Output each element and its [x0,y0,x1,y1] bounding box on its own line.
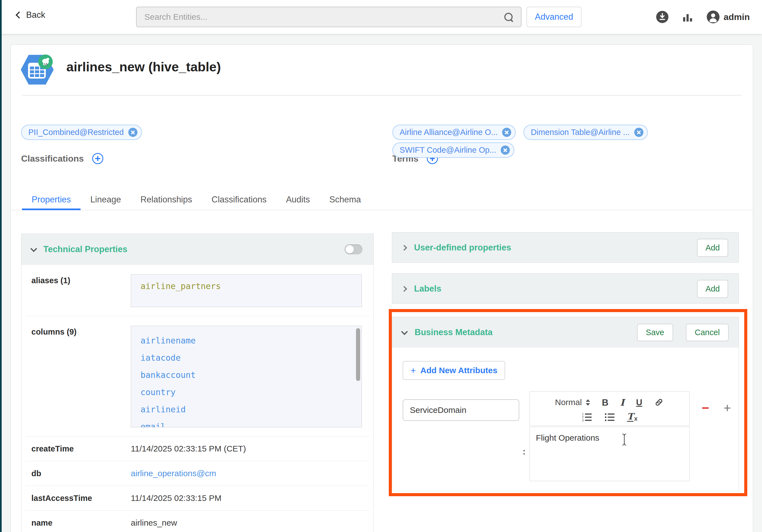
property-value: 11/14/2025 02:33:15 PM (CET) [131,444,246,453]
property-key: db [32,469,131,478]
technical-properties-header[interactable]: Technical Properties [21,234,373,265]
back-button[interactable]: Back [17,10,45,20]
remove-term-icon[interactable] [634,128,644,137]
columns-scrollbar[interactable] [356,328,360,381]
column-link[interactable]: bankaccount [140,366,361,384]
chevron-right-icon[interactable] [401,245,407,251]
ordered-list-icon[interactable]: 1 2 3 [581,412,593,422]
add-attribute-button[interactable]: + [724,402,731,414]
editor-content-area[interactable]: Flight Operations [530,427,690,481]
property-row-db: db airline_operations@cm [21,461,373,486]
cancel-button[interactable]: Cancel [686,324,729,341]
classification-tag[interactable]: PII_Combined@Restricted [21,125,142,140]
format-select-value: Normal [555,398,582,407]
underline-icon[interactable]: U [636,398,642,407]
statistics-icon[interactable] [681,11,694,23]
column-link[interactable]: country [140,384,361,401]
alias-value: airline_partners [140,281,221,291]
column-link[interactable]: iatacode [140,349,361,366]
add-user-defined-property-button[interactable]: Add [697,239,728,257]
remove-term-icon[interactable] [502,128,511,137]
chevron-right-icon[interactable] [401,286,407,291]
db-link[interactable]: airline_operations@cm [131,469,216,478]
business-metadata-panel: Business Metadata Save Cancel + Add New … [392,317,739,491]
save-button[interactable]: Save [637,324,673,341]
remove-attribute-button[interactable]: − [702,402,709,414]
user-avatar-icon [707,10,720,24]
link-icon[interactable] [654,397,664,407]
svg-text:2: 2 [582,416,584,419]
classifications-heading: Classifications [21,153,103,164]
column-link[interactable]: airlinename [140,332,361,349]
property-key: columns (9) [32,326,131,427]
entity-title: airlines_new (hive_table) [66,59,221,74]
property-row-columns: columns (9) airlinename iatacode bankacc… [21,316,373,436]
tab-classifications[interactable]: Classifications [202,193,276,210]
column-link[interactable]: airlineid [140,401,361,418]
search-input[interactable] [144,12,504,22]
chevron-down-icon [30,245,37,252]
divider [22,95,742,96]
rich-text-editor: Normal B I U 1 [530,392,690,481]
attribute-separator: : [523,446,526,457]
tab-schema[interactable]: Schema [320,193,371,210]
user-menu[interactable]: admin [707,10,750,24]
add-label-button[interactable]: Add [697,280,728,298]
back-label: Back [26,10,45,20]
tab-lineage[interactable]: Lineage [81,193,130,210]
business-metadata-title[interactable]: Business Metadata [415,327,493,338]
add-new-attributes-label: Add New Attributes [420,366,497,375]
property-key: lastAccessTime [32,494,131,503]
remove-classification-icon[interactable] [128,128,137,137]
select-arrows-icon [586,399,590,406]
term-tag-label: SWIFT Code@Airline Op... [400,145,496,155]
advanced-search-button[interactable]: Advanced [526,7,581,27]
labels-panel: Labels Add [392,273,739,304]
svg-text:3: 3 [582,419,584,422]
username: admin [724,12,750,22]
add-new-attributes-button[interactable]: + Add New Attributes [403,361,505,380]
italic-icon[interactable]: I [620,398,624,407]
attribute-value-text: Flight Operations [536,433,599,443]
columns-value-box: airlinename iatacode bankaccount country… [131,326,362,427]
remove-term-icon[interactable] [501,145,510,155]
bold-icon[interactable]: B [602,398,608,407]
text-cursor-icon [622,433,627,446]
tab-audits[interactable]: Audits [276,193,320,210]
add-classification-icon[interactable] [92,153,103,164]
column-link[interactable]: email [140,418,361,427]
property-key: createTime [32,444,131,453]
term-tag[interactable]: SWIFT Code@Airline Op... [392,142,514,158]
property-row-createtime: createTime 11/14/2025 02:33:15 PM (CET) [21,436,373,461]
tab-relationships[interactable]: Relationships [131,193,202,210]
search-icon[interactable] [504,12,513,22]
chevron-down-icon[interactable] [401,328,408,335]
user-defined-properties-title[interactable]: User-defined properties [414,243,511,253]
format-select[interactable]: Normal [555,398,590,407]
hive-table-icon [20,54,55,86]
property-row-lastaccesstime: lastAccessTime 11/14/2025 02:33:15 PM [21,486,373,510]
term-tag[interactable]: Dimension Table@Airline ... [523,125,648,140]
property-row-name: name airlines_new [21,511,373,532]
labels-title[interactable]: Labels [414,284,441,294]
clear-formatting-icon[interactable]: T x [627,412,638,422]
user-defined-properties-panel: User-defined properties Add [392,232,739,263]
term-tag-label: Airline Alliance@Airline O... [400,128,497,137]
svg-text:1: 1 [582,412,584,416]
bullet-list-icon[interactable] [604,412,615,422]
property-row-aliases: aliases (1) airline_partners [21,265,373,316]
plus-icon: + [411,366,416,375]
entity-tabs: Properties Lineage Relationships Classif… [11,193,753,210]
property-value: airlines_new [131,518,177,528]
property-value: 11/14/2025 02:33:15 PM [131,494,221,503]
topbar: Back Advanced admin [0,0,762,34]
tab-properties[interactable]: Properties [22,193,81,210]
attribute-name-input[interactable] [403,399,519,421]
editor-toolbar: Normal B I U 1 [530,392,690,426]
properties-toggle[interactable] [344,244,362,254]
technical-properties-panel: Technical Properties aliases (1) airline… [21,234,374,532]
entity-detail-card: airlines_new (hive_table) Classification… [11,44,753,532]
attribute-row: : Normal B I U [403,392,739,481]
term-tag[interactable]: Airline Alliance@Airline O... [392,125,516,140]
download-icon[interactable] [656,11,669,23]
